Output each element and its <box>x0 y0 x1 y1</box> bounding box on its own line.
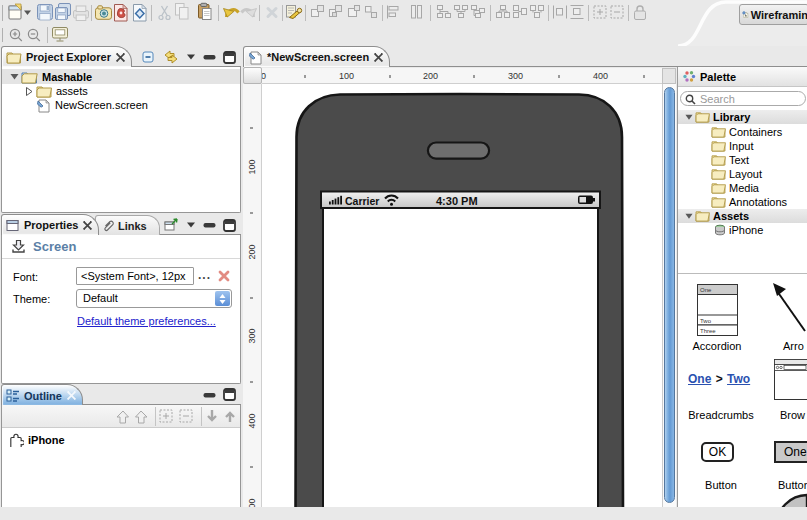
svg-text:One: One <box>700 287 712 293</box>
svg-text:Carrier: Carrier <box>345 195 379 207</box>
svg-text:4:30 PM: 4:30 PM <box>436 195 478 207</box>
svg-text:Three: Three <box>700 328 716 334</box>
svg-text:Two: Two <box>700 318 712 324</box>
